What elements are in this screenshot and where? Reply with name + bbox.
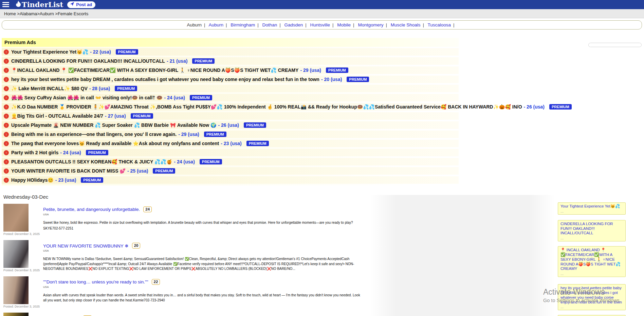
listing-title-link[interactable]: ""Don't stare too long… unless you're re…	[43, 279, 148, 284]
arrow-up-circle-icon	[4, 123, 9, 128]
premium-ad-row[interactable]: CINDERELLA LOOKING FOR FUN!!! OAKLAND!!!…	[2, 57, 459, 65]
premium-ad-title[interactable]: Happy HOlidays😊	[11, 177, 54, 183]
city-link[interactable]: Muscle Shoals	[391, 22, 421, 27]
arrow-up-circle-icon	[4, 86, 9, 91]
premium-badge: PREMIUM	[204, 132, 226, 137]
sidebar-ad-box[interactable]: CINDERELLA LOOKING FOR FUN!!! OAKLAND!!!…	[558, 220, 626, 241]
premium-ad-row[interactable]: 📍INCALL OAKLAND 📍 ✅FACETIME/CAR✅ WITH A …	[2, 66, 459, 74]
city-link-separator: |	[257, 22, 259, 27]
city-link-separator: |	[423, 22, 424, 27]
city-link[interactable]: Gadsden	[284, 22, 303, 27]
premium-ad-title[interactable]: CINDERELLA LOOKING FOR FUN!!! OAKLAND!!!…	[11, 58, 165, 64]
premium-ad-age: - 23 (usa)	[55, 177, 76, 183]
breadcrumb[interactable]: Home >Alabama>Auburn >Female Escorts	[0, 9, 644, 18]
premium-ad-title[interactable]: The pawg that everyone loves😼 Ready and …	[11, 141, 219, 146]
premium-ad-age: - 24 (usa)	[164, 95, 185, 100]
premium-ad-title[interactable]: ✨ Lake Merritt INCALL✨ $80 QV	[11, 86, 88, 91]
premium-ad-row[interactable]: ✨ Lake Merritt INCALL✨ $80 QV - 28 (usa)…	[2, 85, 459, 92]
listing-row: Posted: December 3, 2025 ""Don't stare t…	[3, 276, 370, 309]
premium-ad-title[interactable]: hey its your best wettes petite baby DRE…	[11, 77, 319, 82]
sidebar-ad-box[interactable]: Your Tightest Experience Yet😼💦 ...	[558, 202, 626, 215]
paper-plane-icon	[70, 2, 74, 7]
arrow-up-circle-icon	[4, 68, 9, 73]
premium-ad-title[interactable]: PLEASANTON OUTCALLS !! SEXY KOREAN🥰 THIC…	[11, 159, 172, 164]
premium-ad-row[interactable]: Party with 2 Hot girls - 24 (usa) PREMIU…	[2, 149, 459, 156]
listings-feed: Wednesday-03-Dec Posted: December 3, 202…	[3, 194, 370, 316]
premium-ad-title[interactable]: Your Tightest Experience Yet😼💦	[11, 49, 88, 55]
post-ad-button[interactable]: Post ad	[67, 1, 95, 8]
premium-badge: PREMIUM	[86, 150, 108, 155]
premium-ad-title[interactable]: 🌺🌺 Sexy CuRvy Asian 🌺🌺 in call 👐 visitin…	[11, 95, 162, 100]
premium-ad-title[interactable]: Upscale Playmate 🌋 NEW NUMBER 💦 Super So…	[11, 122, 216, 128]
sidebar-ad-text[interactable]: 📍 INCALL OAKLAND 📍 ✅FACETIME/CAR✅WITH A …	[560, 248, 623, 271]
sidebar-ad-text[interactable]: Your Tightest Experience Yet😼💦	[560, 204, 623, 209]
city-link-separator: |	[226, 22, 227, 27]
premium-ad-title[interactable]: Party with 2 Hot girls	[11, 150, 58, 155]
premium-ad-title[interactable]: 📍INCALL OAKLAND 📍 ✅FACETIME/CAR✅ WITH A …	[11, 67, 298, 73]
city-nav-links: Auburn| Auburn| Birmingham| Dothan| Gads…	[187, 22, 457, 27]
listing-title-link[interactable]: Petite, brunette, and dangerously unforg…	[43, 207, 140, 212]
listing-row: Posted: December 3, 2025 YOUR NEW FAVORI…	[3, 240, 370, 273]
premium-ad-row[interactable]: The pawg that everyone loves😼 Ready and …	[2, 140, 459, 147]
premium-ads-heading: Premium Ads	[2, 38, 459, 47]
premium-ad-row[interactable]: hey its your best wettes petite baby DRE…	[2, 76, 459, 83]
premium-ad-title[interactable]: ✨K.O Daa NUMBER 🥇 PROVIDER 🧍✨💕AMAZING Th…	[11, 104, 522, 110]
city-link-separator: |	[279, 22, 281, 27]
city-link-separator: |	[386, 22, 387, 27]
city-link[interactable]: Birmingham	[231, 22, 255, 27]
background-shade-panel	[370, 195, 555, 316]
arrow-up-circle-icon	[4, 159, 9, 164]
premium-ad-title[interactable]: Being with me is an experience—one that …	[11, 132, 177, 137]
premium-badge: PREMIUM	[116, 49, 138, 55]
premium-ad-title[interactable]: YOUR WINTER FAVORITE IS BACK DONT MISS 💕	[11, 168, 126, 174]
premium-ad-age: - 26 (usa)	[524, 104, 545, 110]
arrow-up-circle-icon	[4, 104, 9, 110]
sidebar-ad-text[interactable]: hey its your best wettes petite baby DRE…	[560, 286, 623, 304]
site-logo[interactable]: TinderList	[16, 0, 63, 9]
listing-phone-line: SKYE702-577-2251	[43, 226, 362, 231]
city-link[interactable]: Auburn	[208, 22, 223, 27]
city-link[interactable]: Montgomery	[358, 22, 383, 27]
city-link-separator: |	[332, 22, 334, 27]
city-link[interactable]: Huntsville	[310, 22, 330, 27]
listing-row: Posted: December 3, 2025 Petite, brunett…	[3, 204, 370, 236]
premium-ad-row[interactable]: YOUR WINTER FAVORITE IS BACK DONT MISS 💕…	[2, 167, 459, 175]
premium-ad-age: - 25 (usa)	[127, 168, 148, 174]
sidebar-ad-ellipsis: ...	[560, 305, 623, 309]
premium-ad-age: - 29 (usa)	[300, 67, 321, 73]
posted-date: Posted: December 3, 2025	[3, 269, 40, 272]
premium-ad-row[interactable]: Being with me is an experience—one that …	[2, 131, 459, 138]
premium-ad-title[interactable]: 👱Big Tits Girl - OUTCALL Available 24/7	[11, 113, 103, 119]
listing-title-link[interactable]: YOUR NEW FAVORITE SNOWBUNNY ❄	[43, 243, 129, 249]
listing-thumbnail[interactable]	[3, 276, 29, 304]
listing-thumbnail[interactable]	[3, 204, 29, 232]
premium-ad-row[interactable]: Your Tightest Experience Yet😼💦 - 22 (usa…	[2, 48, 459, 56]
listing-country: USA	[43, 285, 362, 289]
premium-ad-row[interactable]: Happy HOlidays😊 - 23 (usa) PREMIUM	[2, 176, 459, 184]
sidebar-ad-text[interactable]: CINDERELLA LOOKING FOR FUN!!! OAKLAND!!!…	[560, 222, 623, 236]
premium-ad-row[interactable]: 🌺🌺 Sexy CuRvy Asian 🌺🌺 in call 👐 visitin…	[2, 94, 459, 101]
listing-thumbnail[interactable]	[3, 240, 29, 268]
arrow-up-circle-icon	[4, 178, 9, 183]
premium-badge: PREMIUM	[549, 104, 572, 110]
premium-ad-row[interactable]: ✨K.O Daa NUMBER 🥇 PROVIDER 🧍✨💕AMAZING Th…	[2, 103, 459, 111]
menu-icon[interactable]	[0, 0, 12, 9]
sidebar-ad-box[interactable]: hey its your best wettes petite baby DRE…	[558, 284, 626, 310]
city-link-separator: |	[305, 22, 307, 27]
premium-badge: PREMIUM	[190, 95, 212, 100]
arrow-up-circle-icon	[4, 114, 9, 119]
sidebar-ad-box[interactable]: 📍 INCALL OAKLAND 📍 ✅FACETIME/CAR✅WITH A …	[558, 246, 626, 277]
premium-ad-age: - 27 (usa)	[105, 113, 126, 119]
premium-ad-row[interactable]: Upscale Playmate 🌋 NEW NUMBER 💦 Super So…	[2, 121, 459, 129]
premium-ad-row[interactable]: 👱Big Tits Girl - OUTCALL Available 24/7 …	[2, 112, 459, 120]
city-link[interactable]: Dothan	[262, 22, 277, 27]
age-badge: 24	[143, 206, 152, 212]
listing-thumbnail[interactable]	[3, 313, 29, 316]
premium-ad-row[interactable]: PLEASANTON OUTCALLS !! SEXY KOREAN🥰 THIC…	[2, 158, 459, 165]
listing-description: Sweet like honey, bold like espresso. Pe…	[43, 220, 362, 225]
city-link[interactable]: Tuscaloosa	[428, 22, 451, 27]
arrow-up-circle-icon	[4, 59, 9, 64]
city-link[interactable]: Mobile	[337, 22, 351, 27]
city-link[interactable]: Auburn	[187, 22, 202, 27]
flame-icon	[16, 0, 21, 9]
